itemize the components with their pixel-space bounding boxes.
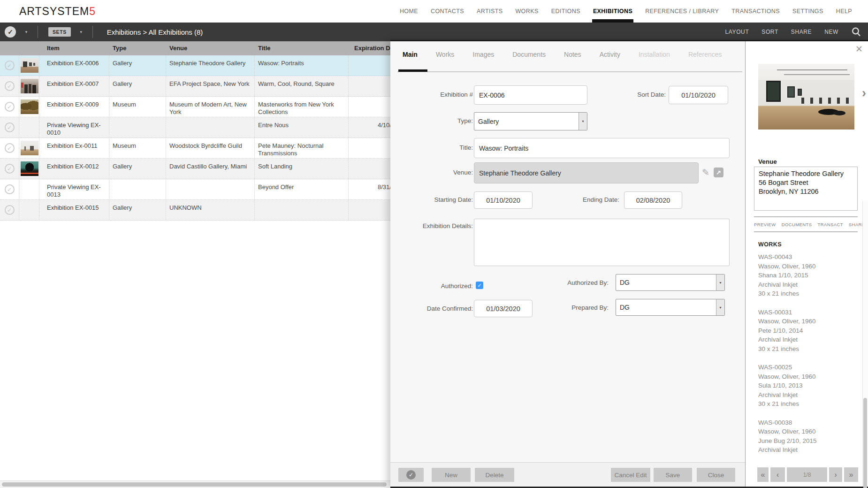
sort-button[interactable]: SORT — [761, 29, 778, 35]
venue-label: Venue: — [453, 169, 473, 176]
sort-date-input[interactable] — [669, 86, 728, 104]
works-pagination: « ‹ 1/8 › » — [757, 467, 860, 482]
row-check-icon[interactable]: ✓ — [5, 102, 15, 112]
select-all-button[interactable]: ✓ — [5, 26, 16, 38]
date-confirmed-input[interactable] — [474, 300, 533, 317]
last-page-button[interactable]: » — [844, 467, 858, 482]
row-venue: Museum of Modern Art, New York — [166, 97, 255, 117]
row-check-icon[interactable]: ✓ — [5, 205, 15, 215]
header-item[interactable]: Item — [39, 41, 109, 55]
cancel-edit-button[interactable]: Cancel Edit — [611, 468, 650, 482]
row-check-cell[interactable]: ✓ — [0, 159, 19, 179]
share-button[interactable]: SHARE — [791, 29, 812, 35]
nav-works[interactable]: WORKS — [515, 0, 538, 23]
row-check-icon[interactable]: ✓ — [5, 184, 15, 194]
close-icon[interactable]: ✕ — [855, 44, 863, 54]
caret-down-icon[interactable]: ▼ — [579, 113, 587, 130]
header-venue[interactable]: Venue — [166, 41, 255, 55]
nav-exhibitions[interactable]: EXHIBITIONS — [593, 0, 632, 23]
nav-artists[interactable]: ARTISTS — [477, 0, 503, 23]
row-thumbnail[interactable] — [21, 161, 38, 176]
header-title[interactable]: Title — [255, 41, 349, 55]
row-check-cell[interactable]: ✓ — [0, 55, 19, 76]
panel-tabs: Main Works Images Documents Notes Activi… — [403, 51, 722, 58]
sidebar-scrollbar-thumb[interactable] — [863, 398, 867, 488]
sets-button[interactable]: SETS — [48, 27, 71, 37]
row-check-icon[interactable]: ✓ — [5, 122, 15, 132]
search-icon[interactable] — [851, 27, 861, 37]
nav-transactions[interactable]: TRANSACTIONS — [731, 0, 780, 23]
delete-button[interactable]: Delete — [475, 468, 514, 482]
tab-activity[interactable]: Activity — [600, 51, 620, 58]
work-list-item[interactable]: WAS-00025 Wasow, Oliver, 1960 Sula 1/10,… — [758, 363, 847, 409]
edit-venue-pencil-icon[interactable]: ✎ — [702, 167, 709, 178]
authorized-by-select[interactable]: DG ▼ — [616, 274, 725, 291]
select-dropdown-caret-icon[interactable]: ▼ — [24, 30, 28, 34]
caret-down-icon[interactable]: ▼ — [716, 299, 724, 315]
type-select-value: Gallery — [474, 118, 579, 125]
sidebar-scrollbar-track[interactable] — [862, 201, 868, 487]
prepared-by-select[interactable]: DG ▼ — [616, 299, 725, 316]
horizontal-scrollbar-thumb[interactable] — [2, 482, 387, 487]
ending-date-input[interactable] — [624, 191, 682, 209]
title-input[interactable] — [474, 138, 730, 158]
nav-settings[interactable]: SETTINGS — [792, 0, 823, 23]
works-list: WAS-00043 Wasow, Oliver, 1960 Shana 1/10… — [758, 252, 847, 464]
row-thumbnail[interactable] — [21, 141, 38, 155]
work-list-item[interactable]: WAS-00031 Wasow, Oliver, 1960 Pete 1/10,… — [758, 308, 847, 354]
tab-documents[interactable]: Documents — [512, 51, 546, 58]
sets-dropdown-caret-icon[interactable]: ▼ — [79, 30, 83, 34]
starting-date-input[interactable] — [474, 191, 533, 209]
row-check-cell[interactable]: ✓ — [0, 97, 19, 117]
nav-help[interactable]: HELP — [836, 0, 852, 23]
first-page-button[interactable]: « — [757, 467, 769, 482]
transact-tab[interactable]: TRANSACT — [817, 222, 843, 227]
next-page-button[interactable]: › — [829, 467, 842, 482]
nav-contacts[interactable]: CONTACTS — [431, 0, 464, 23]
row-check-icon[interactable]: ✓ — [5, 164, 15, 174]
venue-input[interactable] — [474, 162, 699, 183]
row-thumbnail[interactable] — [21, 79, 38, 93]
work-list-item[interactable]: WAS-00038 Wasow, Oliver, 1960 June Bug 2… — [758, 418, 847, 455]
tab-main[interactable]: Main — [403, 51, 418, 58]
nav-editions[interactable]: EDITIONS — [551, 0, 580, 23]
check-icon: ✓ — [406, 470, 416, 480]
new-record-button[interactable]: New — [432, 468, 471, 482]
row-check-cell[interactable]: ✓ — [0, 200, 19, 220]
exhibition-detail-panel: Main Works Images Documents Notes Activi… — [390, 41, 745, 487]
row-check-icon[interactable]: ✓ — [5, 61, 15, 70]
documents-tab[interactable]: DOCUMENTS — [782, 222, 812, 227]
row-check-cell[interactable]: ✓ — [0, 76, 19, 96]
exhibition-photo[interactable] — [758, 64, 854, 130]
row-thumbnail[interactable] — [21, 58, 38, 73]
new-button[interactable]: NEW — [824, 29, 838, 35]
preview-tab[interactable]: PREVIEW — [754, 222, 776, 227]
exhibition-number-input[interactable] — [474, 85, 587, 105]
next-image-chevron-icon[interactable]: › — [862, 86, 866, 100]
work-list-item[interactable]: WAS-00043 Wasow, Oliver, 1960 Shana 1/10… — [758, 252, 847, 298]
tab-images[interactable]: Images — [472, 51, 494, 58]
open-venue-record-icon[interactable]: ↗ — [714, 168, 723, 177]
row-check-cell[interactable]: ✓ — [0, 138, 19, 158]
layout-button[interactable]: LAYOUT — [725, 29, 749, 35]
tab-works[interactable]: Works — [436, 51, 454, 58]
tab-divider — [397, 71, 742, 72]
nav-home[interactable]: HOME — [400, 0, 418, 23]
header-type[interactable]: Type — [109, 41, 166, 55]
row-check-icon[interactable]: ✓ — [5, 143, 15, 153]
previous-page-button[interactable]: ‹ — [770, 467, 785, 482]
authorized-checkbox[interactable]: ✓ — [476, 282, 483, 289]
close-button[interactable]: Close — [697, 468, 735, 482]
type-select[interactable]: Gallery ▼ — [474, 112, 587, 130]
save-button[interactable]: Save — [654, 468, 692, 482]
exhibition-details-textarea[interactable] — [474, 219, 730, 266]
nav-references-library[interactable]: REFERENCES / LIBRARY — [645, 0, 719, 23]
caret-down-icon[interactable]: ▼ — [716, 274, 724, 290]
confirm-check-button[interactable]: ✓ — [398, 468, 424, 482]
app-logo[interactable]: ARTSYSTEM5 — [19, 5, 96, 18]
row-check-cell[interactable]: ✓ — [0, 117, 19, 137]
row-check-cell[interactable]: ✓ — [0, 179, 19, 199]
row-check-icon[interactable]: ✓ — [5, 81, 15, 91]
row-thumbnail[interactable] — [21, 99, 38, 114]
tab-notes[interactable]: Notes — [564, 51, 581, 58]
